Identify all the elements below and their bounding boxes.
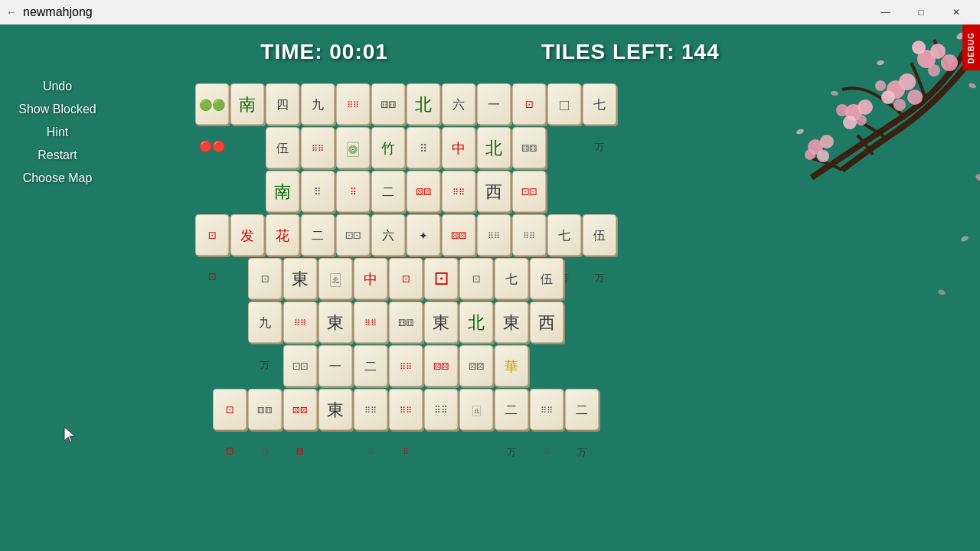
tile[interactable]: ⠿⠿⠿ bbox=[512, 214, 546, 256]
tile[interactable]: 伍万 bbox=[583, 214, 616, 256]
tile[interactable]: 花 bbox=[266, 214, 299, 256]
tile[interactable]: 竹 bbox=[371, 127, 405, 168]
tile[interactable]: 发 bbox=[230, 214, 264, 256]
svg-point-25 bbox=[975, 173, 980, 183]
tile[interactable]: ⚅⚅⚅ bbox=[248, 389, 282, 430]
tile[interactable]: ⚀ bbox=[424, 258, 458, 299]
tile[interactable]: 東 bbox=[495, 302, 528, 343]
tile[interactable]: ⚄⚄ bbox=[442, 214, 475, 256]
tile[interactable]: ⠿⠿⠿ bbox=[477, 214, 511, 256]
tile[interactable]: 伍万 bbox=[266, 127, 299, 168]
tile[interactable]: ⚀⚀ bbox=[459, 258, 493, 299]
tile[interactable]: 🟢🟢🔴🔴 bbox=[195, 83, 229, 125]
svg-point-7 bbox=[907, 90, 923, 105]
tile[interactable]: 二万 bbox=[495, 389, 528, 430]
tile[interactable]: 一万 bbox=[318, 345, 352, 386]
svg-point-4 bbox=[928, 64, 940, 77]
show-blocked-button[interactable]: Show Blocked bbox=[8, 101, 107, 118]
tile[interactable]: ⠿⠿⠿ bbox=[389, 389, 423, 430]
tile[interactable]: ✦伍万 bbox=[407, 214, 440, 256]
tile[interactable]: ⠿⠿⠿ bbox=[354, 302, 387, 343]
tile[interactable]: ⠿⠿⠿⠿ bbox=[336, 83, 370, 125]
tile[interactable]: 一万 bbox=[477, 83, 511, 125]
tile[interactable]: 二万 bbox=[371, 171, 405, 212]
svg-point-21 bbox=[968, 82, 976, 89]
tile[interactable]: 四万 bbox=[266, 83, 299, 125]
tile[interactable]: 東 bbox=[283, 258, 317, 299]
tile[interactable]: 七万 bbox=[547, 214, 581, 256]
maximize-button[interactable]: □ bbox=[903, 0, 939, 24]
tile[interactable]: 南 bbox=[266, 171, 299, 212]
tile[interactable]: ⠿⠿ bbox=[301, 171, 335, 212]
tile[interactable]: □ bbox=[547, 83, 581, 125]
tile[interactable]: 北 bbox=[477, 127, 511, 168]
tile[interactable]: ⠿⠿⠿ bbox=[389, 345, 423, 386]
tile[interactable]: 🀃 bbox=[318, 258, 352, 299]
tile[interactable]: 🀙 bbox=[336, 127, 370, 168]
tile[interactable]: 九万 bbox=[301, 83, 335, 125]
tile[interactable]: ⚀⚀ bbox=[213, 389, 247, 430]
tile[interactable]: ⚄⚄⚄ bbox=[459, 345, 493, 386]
undo-button[interactable]: Undo bbox=[8, 78, 107, 95]
tile[interactable]: 西 bbox=[477, 171, 511, 212]
tile[interactable]: 七万 bbox=[583, 83, 616, 125]
tile[interactable]: ⚄⚄⚄ bbox=[424, 345, 458, 386]
svg-point-12 bbox=[858, 99, 873, 115]
tile[interactable]: 中 bbox=[442, 127, 475, 168]
svg-point-15 bbox=[856, 115, 867, 126]
board-row-7: ⚀⚀⚀ 一万 二万 ⠿⠿⠿ ⚄⚄⚄ ⚄⚄⚄ 華 bbox=[130, 344, 681, 387]
tile[interactable]: ⚄⚄⚄ bbox=[407, 171, 440, 212]
tile[interactable]: ⠿⠿⠿⠿ bbox=[301, 127, 335, 168]
tile[interactable]: ⚅⚅⚅ bbox=[512, 127, 546, 168]
tile[interactable]: 二万 bbox=[354, 345, 387, 386]
tile[interactable]: 🀃 bbox=[459, 389, 493, 430]
svg-point-10 bbox=[875, 80, 886, 91]
tile[interactable]: ⚀⚀⚀ bbox=[283, 345, 317, 386]
tile[interactable]: ⚅⚅ bbox=[389, 302, 423, 343]
choose-map-button[interactable]: Choose Map bbox=[8, 170, 107, 187]
tile[interactable]: ⚀⚀⚀ bbox=[512, 171, 546, 212]
tile[interactable]: 南 bbox=[230, 83, 264, 125]
tile[interactable]: 二万 bbox=[565, 389, 599, 430]
tile[interactable]: ⠿⠿⠿ bbox=[283, 302, 317, 343]
tile[interactable]: 九万 bbox=[248, 302, 282, 343]
tile[interactable]: 東 bbox=[318, 302, 352, 343]
tile[interactable]: 華 bbox=[495, 345, 528, 386]
minimize-button[interactable]: — bbox=[868, 0, 903, 24]
tile[interactable]: ⚀⚀ bbox=[336, 214, 370, 256]
tile[interactable]: ⚀万 bbox=[389, 258, 423, 299]
board-row-6: 九万 ⠿⠿⠿ 東 ⠿⠿⠿ ⚅⚅ 東 北 東 西 bbox=[130, 301, 681, 344]
tile[interactable]: 二万 bbox=[301, 214, 335, 256]
restart-button[interactable]: Restart bbox=[8, 147, 107, 164]
titlebar: ← newmahjong — □ ✕ bbox=[0, 0, 980, 24]
close-button[interactable]: ✕ bbox=[939, 0, 974, 24]
tile[interactable]: ⚀⚀ bbox=[248, 258, 282, 299]
tile[interactable]: ⠿⠿ bbox=[424, 389, 458, 430]
tile[interactable]: ⚀⚀ bbox=[512, 83, 546, 125]
tile[interactable]: 東 bbox=[318, 389, 352, 430]
tile[interactable]: ⚄⚄⚄ bbox=[283, 389, 317, 430]
tile[interactable]: ⠿⠿⠿ bbox=[530, 389, 564, 430]
tile[interactable]: 中 bbox=[354, 258, 387, 299]
svg-point-24 bbox=[795, 128, 804, 135]
tile[interactable]: 七万 bbox=[495, 258, 528, 299]
tile[interactable]: ⚅⚅⚅ bbox=[371, 83, 405, 125]
tile[interactable]: 六万 bbox=[371, 214, 405, 256]
hint-button[interactable]: Hint bbox=[8, 124, 107, 141]
tile[interactable]: 西 bbox=[530, 302, 564, 343]
tile[interactable]: ⚀⚀ bbox=[195, 214, 229, 256]
tile[interactable]: 北 bbox=[407, 83, 440, 125]
mahjong-board: 🟢🟢🔴🔴 南 四万 九万 ⠿⠿⠿⠿ ⚅⚅⚅ 北 六万 一万 ⚀⚀ □ 七万 伍万… bbox=[130, 82, 681, 432]
tile[interactable]: ⠿⠿ bbox=[407, 127, 440, 168]
tiles-display: TILES LEFT: 144 bbox=[541, 40, 720, 64]
svg-point-11 bbox=[845, 104, 862, 121]
tile[interactable]: 六万 bbox=[442, 83, 475, 125]
board-row-3: 南 ⠿⠿ ⠿⠿ 二万 ⚄⚄⚄ ⠿⠿⠿ 西 ⚀⚀⚀ bbox=[130, 170, 681, 213]
tile[interactable]: ⠿⠿ bbox=[336, 171, 370, 212]
tile[interactable]: 東 bbox=[424, 302, 458, 343]
tile[interactable]: 伍万 bbox=[530, 258, 564, 299]
tile[interactable]: ⠿⠿⠿ bbox=[442, 171, 475, 212]
tile[interactable]: 北 bbox=[459, 302, 493, 343]
tile[interactable]: ⠿⠿⠿ bbox=[354, 389, 387, 430]
svg-point-27 bbox=[937, 289, 946, 295]
